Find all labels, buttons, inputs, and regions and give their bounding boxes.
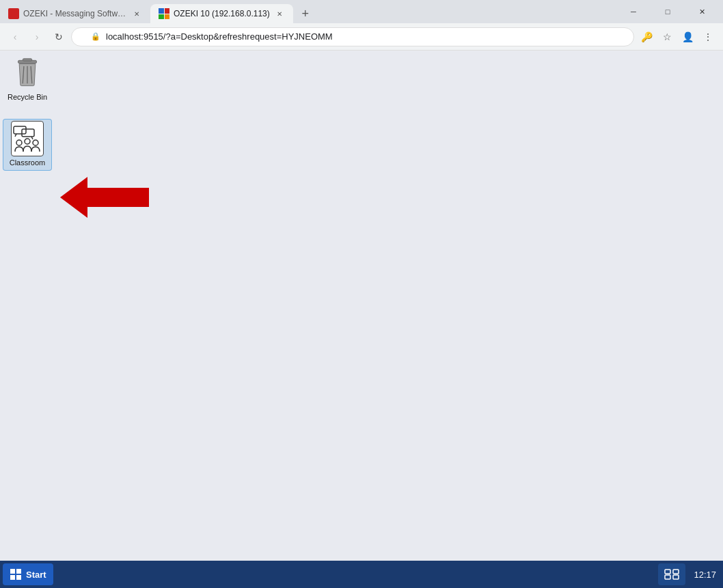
classroom-image <box>11 122 44 155</box>
taskbar-clock: 12:17 <box>690 570 720 580</box>
taskbar-apps-button[interactable] <box>658 563 685 585</box>
tab2-close[interactable]: ✕ <box>274 8 285 19</box>
address-bar: ‹ › ↻ 🔒 localhost:9515/?a=Desktop&refres… <box>0 23 723 51</box>
taskbar: Start 12:17 <box>0 561 723 588</box>
recycle-bin-label: Recycle Bin <box>8 92 47 102</box>
desktop-area: Recycle Bin <box>0 51 723 561</box>
arrow-head <box>60 177 87 218</box>
window-controls: ─ □ ✕ <box>612 0 723 23</box>
svg-rect-1 <box>23 59 32 61</box>
svg-rect-11 <box>16 569 21 574</box>
minimize-button[interactable]: ─ <box>618 1 649 23</box>
arrow-body <box>87 188 149 207</box>
tab1-close[interactable]: ✕ <box>131 8 142 19</box>
svg-rect-6 <box>22 129 34 137</box>
start-icon <box>10 568 22 580</box>
address-text: localhost:9515/?a=Desktop&refreshrequest… <box>106 31 333 42</box>
svg-rect-17 <box>673 575 679 579</box>
lock-icon: 🔒 <box>91 32 100 41</box>
address-actions: 🔑 ☆ 👤 ⋮ <box>637 27 718 46</box>
recycle-bin-image <box>11 57 44 89</box>
tab2-favicon <box>159 8 169 19</box>
red-arrow <box>60 177 149 218</box>
back-button[interactable]: ‹ <box>5 27 25 46</box>
bookmark-icon[interactable]: ☆ <box>657 27 677 46</box>
menu-icon[interactable]: ⋮ <box>698 27 718 46</box>
svg-rect-15 <box>673 570 679 574</box>
svg-rect-12 <box>10 575 15 580</box>
tab2-title: OZEKI 10 (192.168.0.113) <box>174 9 270 18</box>
reload-button[interactable]: ↻ <box>49 27 68 46</box>
svg-rect-5 <box>14 126 26 134</box>
profile-icon[interactable]: 👤 <box>678 27 697 46</box>
svg-rect-14 <box>665 570 670 574</box>
address-field[interactable]: 🔒 localhost:9515/?a=Desktop&refreshreque… <box>71 27 634 46</box>
classroom-label: Classroom <box>10 158 46 167</box>
classroom-icon-border <box>11 121 44 156</box>
svg-point-8 <box>25 139 30 144</box>
recycle-bin-icon[interactable]: Recycle Bin <box>3 54 52 104</box>
taskbar-right: 12:17 <box>658 563 720 585</box>
maximize-button[interactable]: □ <box>652 1 683 23</box>
close-button[interactable]: ✕ <box>686 1 718 23</box>
grid-icon <box>664 569 679 580</box>
tab-ozeki10[interactable]: OZEKI 10 (192.168.0.113) ✕ <box>150 4 293 23</box>
start-button[interactable]: Start <box>3 563 53 585</box>
tab1-favicon <box>8 8 19 19</box>
svg-point-9 <box>33 140 38 145</box>
forward-button[interactable]: › <box>27 27 46 46</box>
start-label: Start <box>26 570 46 580</box>
browser-window: OZEKI - Messaging Software Pro... ✕ OZEK… <box>0 0 723 588</box>
svg-point-7 <box>16 140 22 145</box>
key-icon[interactable]: 🔑 <box>637 27 656 46</box>
new-tab-button[interactable]: + <box>296 4 315 23</box>
tab-ozeki-messaging[interactable]: OZEKI - Messaging Software Pro... ✕ <box>0 4 150 23</box>
svg-rect-10 <box>10 569 15 574</box>
classroom-icon[interactable]: Classroom <box>3 119 52 171</box>
tab1-title: OZEKI - Messaging Software Pro... <box>23 9 127 18</box>
tab-bar: OZEKI - Messaging Software Pro... ✕ OZEK… <box>0 0 612 23</box>
svg-rect-13 <box>16 575 21 580</box>
svg-rect-16 <box>665 575 670 579</box>
title-bar: OZEKI - Messaging Software Pro... ✕ OZEK… <box>0 0 723 23</box>
